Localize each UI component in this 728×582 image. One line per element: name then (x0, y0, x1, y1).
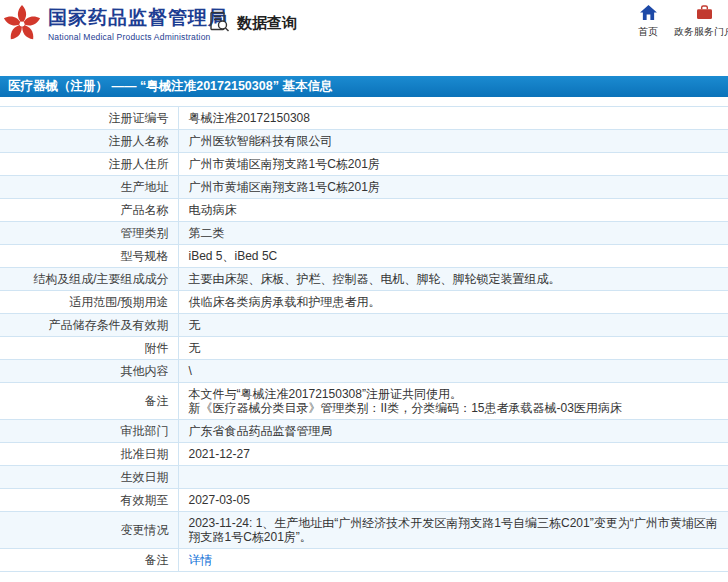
row-label: 审批部门 (0, 420, 178, 443)
home-icon (640, 5, 657, 22)
row-label: 注册证编号 (0, 107, 178, 130)
table-row: 结构及组成/主要组成成分主要由床架、床板、护栏、控制器、电机、脚轮、脚轮锁定装置… (0, 268, 728, 291)
table-row: 备注详情 (0, 549, 728, 572)
table-row: 注册人名称广州医软智能科技有限公司 (0, 130, 728, 153)
row-value: \ (178, 360, 728, 383)
row-value: 2021-12-27 (178, 443, 728, 466)
row-value: 第二类 (178, 222, 728, 245)
brand: 国家药品监督管理局 National Medical Products Admi… (2, 3, 228, 45)
table-row: 适用范围/预期用途供临床各类病房承载和护理患者用。 (0, 291, 728, 314)
row-value (178, 466, 728, 489)
row-label: 注册人名称 (0, 130, 178, 153)
table-row: 产品储存条件及有效期无 (0, 314, 728, 337)
table-row: 备注本文件与“粤械注准20172150308”注册证共同使用。 新《医疗器械分类… (0, 383, 728, 420)
table-row: 变更情况2023-11-24: 1、生产地址由“广州经济技术开发区南翔支路1号自… (0, 512, 728, 549)
table-row: 注册人住所广州市黄埔区南翔支路1号C栋201房 (0, 153, 728, 176)
row-value: 无 (178, 337, 728, 360)
row-value: 主要由床架、床板、护栏、控制器、电机、脚轮、脚轮锁定装置组成。 (178, 268, 728, 291)
nav-home-label: 首页 (638, 25, 658, 39)
table-row: 产品名称电动病床 (0, 199, 728, 222)
row-label: 其他内容 (0, 360, 178, 383)
table-row: 审批部门广东省食品药品监督管理局 (0, 420, 728, 443)
row-label: 产品名称 (0, 199, 178, 222)
row-label: 产品储存条件及有效期 (0, 314, 178, 337)
row-label: 批准日期 (0, 443, 178, 466)
row-label: 备注 (0, 383, 178, 420)
table-row: 附件无 (0, 337, 728, 360)
table-row: 管理类别第二类 (0, 222, 728, 245)
row-value: 2023-11-24: 1、生产地址由“广州经济技术开发区南翔支路1号自编三栋C… (178, 512, 728, 549)
document-search-icon (208, 11, 230, 36)
brand-text: 国家药品监督管理局 National Medical Products Admi… (48, 3, 228, 42)
briefcase-icon (696, 5, 713, 22)
table-row: 型号规格iBed 5、iBed 5C (0, 245, 728, 268)
row-label: 生效日期 (0, 466, 178, 489)
row-label: 备注 (0, 549, 178, 572)
nmpa-emblem-icon (2, 3, 42, 45)
table-row: 有效期至2027-03-05 (0, 489, 728, 512)
detail-link[interactable]: 详情 (189, 553, 213, 567)
site-header: 国家药品监督管理局 National Medical Products Admi… (0, 0, 728, 62)
row-value: 电动病床 (178, 199, 728, 222)
row-label: 注册人住所 (0, 153, 178, 176)
row-value: 无 (178, 314, 728, 337)
table-row: 批准日期2021-12-27 (0, 443, 728, 466)
data-query-label: 数据查询 (237, 14, 297, 33)
nav-portal[interactable]: 政务服务门户 (682, 5, 726, 39)
nav-home[interactable]: 首页 (626, 5, 670, 39)
row-label: 适用范围/预期用途 (0, 291, 178, 314)
org-name-cn: 国家药品监督管理局 (48, 6, 228, 30)
row-label: 型号规格 (0, 245, 178, 268)
row-label: 变更情况 (0, 512, 178, 549)
table-row: 生产地址广州市黄埔区南翔支路1号C栋201房 (0, 176, 728, 199)
row-label: 附件 (0, 337, 178, 360)
row-label: 管理类别 (0, 222, 178, 245)
org-name-en: National Medical Products Administration (48, 32, 228, 42)
row-value: 供临床各类病房承载和护理患者用。 (178, 291, 728, 314)
page: 国家药品监督管理局 National Medical Products Admi… (0, 0, 728, 582)
row-label: 生产地址 (0, 176, 178, 199)
page-title-bar: 医疗器械（注册） —— “粤械注准20172150308” 基本信息 (0, 76, 728, 97)
row-value: 广州市黄埔区南翔支路1号C栋201房 (178, 153, 728, 176)
page-title: 医疗器械（注册） —— “粤械注准20172150308” 基本信息 (8, 79, 332, 93)
row-value: 粤械注准20172150308 (178, 107, 728, 130)
info-table: 注册证编号粤械注准20172150308注册人名称广州医软智能科技有限公司注册人… (0, 106, 728, 572)
row-value: 2027-03-05 (178, 489, 728, 512)
row-label: 有效期至 (0, 489, 178, 512)
table-row: 注册证编号粤械注准20172150308 (0, 107, 728, 130)
table-row: 其他内容\ (0, 360, 728, 383)
row-value: 本文件与“粤械注准20172150308”注册证共同使用。 新《医疗器械分类目录… (178, 383, 728, 420)
nav-portal-label: 政务服务门户 (674, 25, 728, 39)
table-row: 生效日期 (0, 466, 728, 489)
data-query-tab[interactable]: 数据查询 (208, 11, 297, 36)
row-value: 详情 (178, 549, 728, 572)
row-value: 广州市黄埔区南翔支路1号C栋201房 (178, 176, 728, 199)
row-value: 广东省食品药品监督管理局 (178, 420, 728, 443)
row-value: iBed 5、iBed 5C (178, 245, 728, 268)
row-value: 广州医软智能科技有限公司 (178, 130, 728, 153)
row-label: 结构及组成/主要组成成分 (0, 268, 178, 291)
